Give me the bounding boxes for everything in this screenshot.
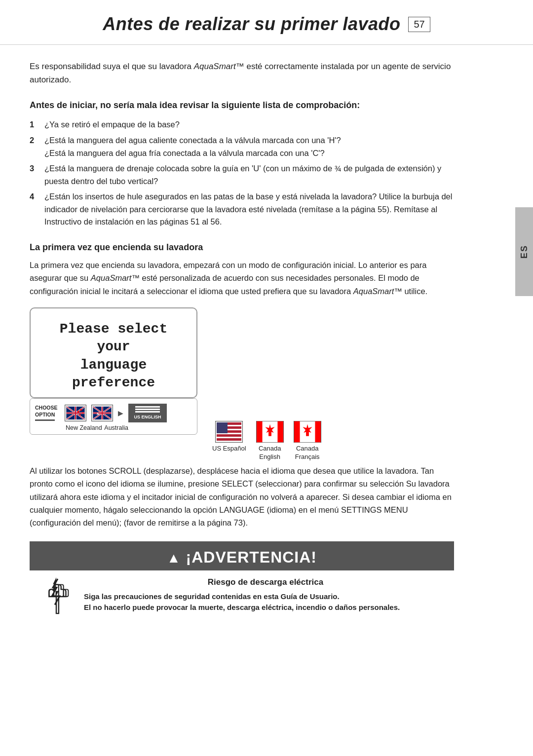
arrow-right-icon: ▶ (118, 409, 123, 417)
au-label: Australia (102, 424, 131, 431)
us-espanol-icon (215, 421, 243, 443)
language-display-title: Please select your language preference (42, 320, 185, 392)
warning-header: ▲ ¡ADVERTENCIA! (30, 541, 454, 570)
warning-subheading: Riesgo de descarga eléctrica (84, 577, 447, 587)
list-item: 2 ¿Está la manguera del agua caliente co… (30, 134, 454, 159)
svg-rect-32 (277, 421, 283, 442)
nz-label: New Zealand (66, 424, 102, 431)
svg-rect-31 (257, 421, 263, 442)
item-text: ¿Ya se retiró el empaque de la base? (44, 118, 454, 131)
page-header: Antes de realizar su primer lavado 57 (0, 0, 533, 45)
item-text: ¿Están los insertos de hule asegurados e… (44, 190, 454, 228)
language-panel: CHOOSEOPTION (30, 398, 197, 435)
canada-english-block[interactable]: CanadaEnglish (256, 421, 284, 461)
language-display-box: Please select your language preference (30, 307, 197, 398)
list-item: 4 ¿Están los insertos de hule asegurados… (30, 190, 454, 228)
svg-point-11 (79, 414, 81, 416)
us-english-selected-icon[interactable]: US ENGLISH (128, 404, 167, 422)
us-espanol-block[interactable]: US Español (212, 421, 246, 453)
checklist-heading: Antes de iniciar, no sería mala idea rev… (30, 100, 454, 111)
side-tab: ES (515, 207, 533, 296)
svg-rect-27 (217, 434, 241, 437)
svg-rect-39 (306, 431, 309, 436)
checklist: 1 ¿Ya se retiró el empaque de la base? 2… (30, 118, 454, 228)
warning-section: ▲ ¡ADVERTENCIA! (30, 541, 454, 623)
warning-body: Riesgo de descarga eléctrica Siga las pr… (30, 570, 454, 623)
item-number: 3 (30, 162, 44, 175)
svg-rect-29 (217, 422, 228, 433)
warning-body-text: Siga las precauciones de seguridad conte… (84, 591, 447, 613)
main-content: Es responsabilidad suya el que su lavado… (0, 60, 484, 623)
warning-title: ▲ ¡ADVERTENCIA! (39, 548, 444, 567)
list-item: 3 ¿Está la manguera de drenaje colocada … (30, 162, 454, 188)
item-number: 1 (30, 118, 44, 131)
electrical-hazard-icon (37, 577, 76, 616)
nz-flag-icon[interactable] (65, 405, 86, 421)
page-title: Antes de realizar su primer lavado (103, 14, 400, 35)
first-use-text: La primera vez que encienda su lavadora,… (30, 259, 454, 298)
item-number: 4 (30, 190, 44, 203)
canada-english-icon (256, 421, 284, 443)
scroll-instructions: Al utilizar los botones SCROLL (desplaza… (30, 464, 454, 529)
side-tab-label: ES (519, 245, 530, 259)
list-item: 1 ¿Ya se retiró el empaque de la base? (30, 118, 454, 131)
item-text: ¿Está la manguera del agua caliente cone… (44, 134, 454, 159)
first-use-heading: La primera vez que encienda su lavadora (30, 242, 454, 253)
canada-francais-label: CanadaFrançais (295, 445, 320, 461)
svg-rect-37 (315, 421, 321, 442)
warning-text-block: Riesgo de descarga eléctrica Siga las pr… (84, 577, 447, 613)
item-number: 2 (30, 134, 44, 147)
choose-option-label: CHOOSEOPTION (35, 405, 60, 421)
page-number: 57 (408, 17, 430, 32)
page-wrapper: ES Antes de realizar su primer lavado 57… (0, 0, 533, 756)
item-text: ¿Está la manguera de drenaje colocada so… (44, 162, 454, 188)
svg-point-9 (80, 409, 82, 411)
svg-rect-28 (217, 438, 241, 441)
svg-rect-34 (268, 431, 271, 436)
svg-rect-36 (294, 421, 300, 442)
svg-point-12 (77, 411, 79, 413)
au-flag-icon[interactable] (91, 405, 113, 421)
intro-paragraph: Es responsabilidad suya el que su lavado… (30, 60, 454, 86)
canada-francais-block[interactable]: CanadaFrançais (294, 421, 321, 461)
canada-english-label: CanadaEnglish (259, 445, 281, 461)
svg-point-10 (82, 412, 83, 414)
us-espanol-label: US Español (212, 445, 246, 453)
canada-francais-icon (294, 421, 321, 443)
warning-triangle-icon: ▲ (167, 550, 181, 566)
